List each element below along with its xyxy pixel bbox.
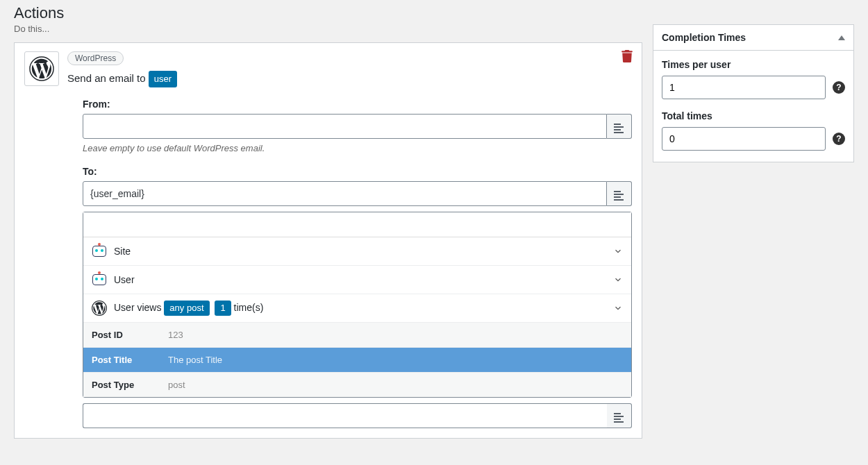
times-per-user-label: Times per user (662, 59, 845, 70)
tag-option-value: 123 (168, 330, 183, 340)
completion-times-panel: Completion Times Times per user ? Total … (653, 24, 854, 162)
total-times-label: Total times (662, 110, 845, 121)
wordpress-icon (24, 51, 59, 86)
tag-option-value: post (168, 380, 185, 390)
integration-chip: WordPress (67, 51, 124, 65)
collapse-icon (838, 35, 845, 40)
tag-category-trigger[interactable]: User views any post 1 time(s) (83, 294, 631, 322)
tag-option-value: The post Title (168, 355, 222, 365)
tag-option-key: Post Type (92, 380, 168, 390)
tag-category-label: User views any post 1 time(s) (114, 301, 263, 316)
tags-icon (614, 412, 625, 420)
tag-category-user[interactable]: User (83, 265, 631, 294)
to-input[interactable] (83, 181, 607, 206)
help-icon[interactable]: ? (833, 81, 845, 94)
page-subtitle: Do this... (14, 24, 642, 34)
action-sentence: Send an email to user (67, 71, 177, 87)
tags-icon (614, 122, 625, 130)
action-recipient-token[interactable]: user (149, 71, 177, 87)
tag-picker-panel: Site User (83, 212, 632, 398)
chevron-down-icon (613, 246, 623, 256)
chevron-down-icon (613, 275, 623, 285)
completion-times-toggle[interactable]: Completion Times (653, 25, 853, 51)
delete-action-button[interactable] (621, 50, 633, 62)
next-field-tags-button[interactable] (607, 403, 632, 428)
chevron-down-icon (613, 303, 623, 313)
help-icon[interactable]: ? (833, 133, 845, 145)
panel-title: Completion Times (662, 32, 746, 43)
tag-category-label: User (114, 274, 135, 285)
from-hint: Leave empty to use default WordPress ema… (83, 143, 632, 153)
to-label: To: (83, 166, 632, 177)
from-input[interactable] (83, 114, 607, 139)
tag-option-key: Post ID (92, 330, 168, 340)
tag-option[interactable]: Post ID 123 (83, 322, 631, 347)
robot-icon (92, 272, 107, 287)
tag-picker-scroll[interactable]: Site User (83, 237, 631, 397)
action-card: WordPress Send an email to user From: (14, 42, 642, 439)
total-times-input[interactable] (662, 127, 826, 151)
trigger-post-token: any post (164, 301, 209, 316)
tag-category-site[interactable]: Site (83, 237, 631, 265)
trigger-count-token: 1 (215, 301, 231, 316)
from-tags-button[interactable] (607, 114, 632, 139)
robot-icon (92, 244, 107, 259)
from-label: From: (83, 99, 632, 110)
page-title: Actions (14, 4, 642, 22)
to-tags-button[interactable] (607, 181, 632, 206)
tag-search-input[interactable] (83, 212, 631, 237)
tag-category-label: Site (114, 246, 131, 257)
times-per-user-input[interactable] (662, 76, 826, 99)
tag-option-key: Post Title (92, 355, 168, 365)
action-sentence-prefix: Send an email to (67, 72, 149, 84)
next-field-input[interactable] (83, 403, 607, 428)
tag-option[interactable]: Post Title The post Title (83, 347, 631, 372)
tag-option[interactable]: Post Type post (83, 372, 631, 397)
tags-icon (614, 189, 625, 198)
wordpress-icon (92, 301, 107, 316)
